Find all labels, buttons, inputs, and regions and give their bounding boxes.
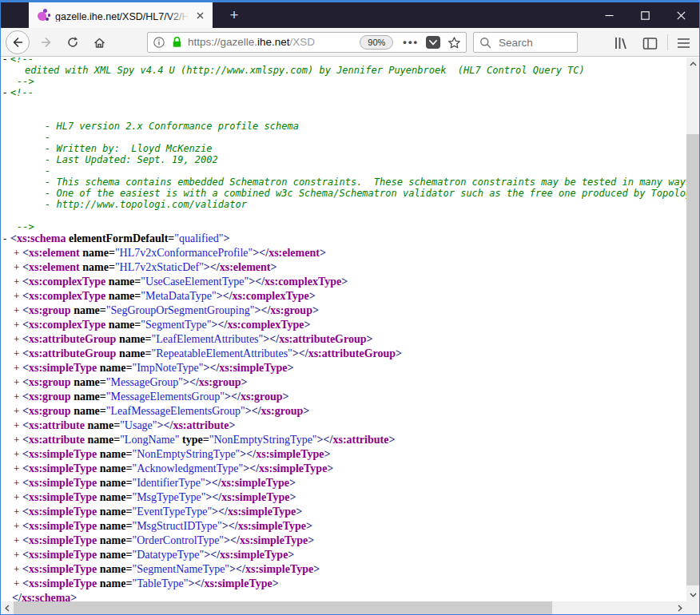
xml-viewport: -<!--edited with XML Spy v4.4 U (http://… (1, 58, 686, 601)
xml-line: +<xs:simpleType name="MsgTypeType"></xs:… (1, 490, 686, 505)
xml-line: --> (1, 75, 686, 86)
expand-toggle-icon[interactable]: + (14, 506, 22, 518)
xml-line: - http://www.topologi.com/validator (1, 198, 686, 209)
scroll-down-icon[interactable] (686, 589, 699, 601)
scroll-right-icon[interactable] (674, 601, 686, 614)
expand-toggle-icon[interactable]: + (14, 534, 22, 547)
xml-line: +<xs:simpleType name="TableType"></xs:si… (1, 577, 686, 591)
xml-line: - One of the easiest is with a combined … (1, 187, 686, 198)
titlebar: gazelle.ihe.net/XSD/HL7/V2/HL + (1, 2, 699, 28)
expand-toggle-icon[interactable]: + (14, 419, 22, 432)
expand-toggle-icon[interactable]: + (14, 362, 22, 375)
zoom-level-badge[interactable]: 90% (360, 35, 393, 50)
close-button[interactable] (663, 2, 699, 28)
xml-line: +<xs:simpleType name="EventTypeType"></x… (1, 505, 686, 519)
xml-comment-text: --> (17, 221, 34, 232)
xml-line: +<xs:attributeGroup name="LeafElementAtt… (1, 332, 686, 347)
toolbar-separator (667, 34, 668, 50)
xml-comment-text: - http://www.topologi.com/validator (45, 199, 247, 210)
site-favicon-icon (38, 9, 50, 22)
expand-toggle-icon[interactable]: + (14, 520, 22, 533)
sidebar-icon[interactable] (639, 34, 660, 52)
expand-toggle-icon[interactable]: + (14, 549, 22, 561)
xml-line: +<xs:complexType name="SegmentType"></xs… (1, 318, 686, 332)
expand-toggle-icon[interactable]: + (14, 563, 22, 576)
expand-toggle-icon[interactable]: + (14, 434, 22, 446)
xml-line: +<xs:attribute name="Usage"></xs:attribu… (1, 419, 686, 433)
xml-comment-text: - HL7 version 2.x Conformance profile sc… (45, 121, 299, 132)
page-actions-icon[interactable]: ••• (403, 38, 419, 46)
xml-line: -<xs:schema elementFormDefault="qualifie… (1, 232, 686, 246)
url-bar[interactable]: https://gazelle.ihe.net/XSD 90% ••• (147, 32, 467, 53)
vertical-scrollbar[interactable] (686, 58, 699, 601)
expand-toggle-icon[interactable]: + (14, 376, 22, 389)
tab-close-icon[interactable] (193, 9, 206, 22)
xml-line: +<xs:group name="SegGroupOrSegmentGroupi… (1, 304, 686, 318)
xml-comment-text: - Written by: Lloyd McKenzie (45, 143, 213, 154)
expand-toggle-icon[interactable]: + (14, 290, 22, 303)
scroll-left-icon[interactable] (1, 601, 14, 614)
xml-line: </xs:schema> (1, 591, 686, 601)
pocket-icon[interactable] (426, 36, 440, 49)
xml-comment-text: - One of the easiest is with a combined … (45, 188, 686, 199)
expand-toggle-icon[interactable]: + (14, 477, 22, 490)
xml-line (1, 209, 686, 220)
horizontal-scroll-thumb[interactable] (14, 601, 552, 614)
xml-tree: -<!--edited with XML Spy v4.4 U (http://… (1, 58, 686, 601)
forward-button[interactable] (34, 30, 58, 54)
xml-line: - (1, 165, 686, 176)
url-domain: ihe.net (257, 36, 290, 48)
menu-button[interactable] (673, 34, 694, 52)
xml-line: -<!-- (1, 58, 686, 64)
xml-line: +<xs:group name="LeafMessageElementsGrou… (1, 404, 686, 419)
xml-line: +<xs:simpleType name="DatatypeType"></xs… (1, 548, 686, 562)
tab-title: gazelle.ihe.net/XSD/HL7/V2/HL (55, 11, 189, 22)
expand-toggle-icon[interactable]: + (14, 405, 22, 418)
expand-toggle-icon[interactable]: - (3, 86, 10, 99)
expand-toggle-icon[interactable]: + (14, 333, 22, 346)
site-info-icon[interactable] (153, 36, 165, 49)
xml-comment-text: edited with XML Spy v4.4 U (http://www.x… (25, 65, 585, 76)
expand-toggle-icon[interactable]: + (14, 261, 22, 274)
search-input[interactable] (497, 36, 571, 50)
maximize-button[interactable] (627, 2, 663, 28)
xml-comment-text: --> (17, 76, 34, 87)
expand-toggle-icon[interactable]: + (14, 491, 22, 504)
home-button[interactable] (87, 30, 111, 54)
back-button[interactable] (6, 30, 30, 54)
vertical-scroll-thumb[interactable] (686, 134, 699, 585)
browser-window: gazelle.ihe.net/XSD/HL7/V2/HL + (0, 0, 700, 615)
xml-line: +<xs:simpleType name="OrderControlType">… (1, 534, 686, 548)
expand-toggle-icon[interactable]: + (14, 347, 22, 360)
browser-tab[interactable]: gazelle.ihe.net/XSD/HL7/V2/HL (29, 2, 213, 28)
horizontal-scrollbar[interactable] (1, 601, 686, 614)
lock-icon[interactable] (171, 36, 183, 49)
expand-toggle-icon[interactable]: - (3, 232, 10, 245)
xml-line: +<xs:simpleType name="MsgStructIDType"><… (1, 519, 686, 534)
xml-comment-text: <!-- (10, 87, 34, 98)
xml-line: - Last Updated: Sept. 19, 2002 (1, 153, 686, 165)
new-tab-button[interactable]: + (222, 2, 246, 28)
xml-line: +<xs:element name="HL7v2xConformanceProf… (1, 246, 686, 260)
expand-toggle-icon[interactable]: + (14, 247, 22, 260)
expand-toggle-icon[interactable]: + (14, 319, 22, 331)
expand-toggle-icon[interactable]: + (14, 391, 22, 403)
expand-toggle-icon[interactable]: + (14, 304, 22, 317)
xml-comment-text: - Last Updated: Sept. 19, 2002 (45, 154, 218, 165)
expand-toggle-icon[interactable]: + (14, 276, 22, 288)
scrollbar-corner (686, 601, 699, 614)
expand-toggle-icon[interactable]: - (3, 58, 10, 65)
search-box (473, 32, 578, 53)
xml-line: +<xs:complexType name="MetaDataType"></x… (1, 289, 686, 304)
expand-toggle-icon[interactable]: + (14, 448, 22, 461)
minimize-button[interactable] (591, 2, 627, 28)
expand-toggle-icon[interactable]: + (14, 462, 22, 475)
xml-line: - HL7 version 2.x Conformance profile sc… (1, 120, 686, 131)
expand-toggle-icon[interactable]: + (14, 577, 22, 590)
scroll-up-icon[interactable] (686, 58, 699, 70)
bookmark-star-icon[interactable] (447, 36, 461, 50)
reload-button[interactable] (61, 30, 85, 54)
library-icon[interactable] (611, 34, 631, 52)
xml-line: - (1, 131, 686, 142)
xml-line: +<xs:simpleType name="IdentifierType"></… (1, 476, 686, 490)
